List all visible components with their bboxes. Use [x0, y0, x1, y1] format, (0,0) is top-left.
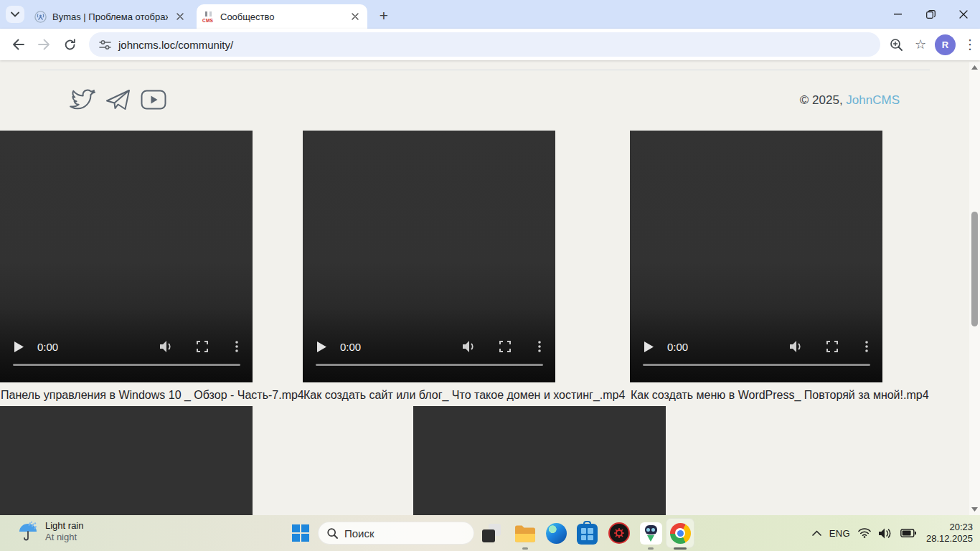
triangle-up-icon [971, 65, 978, 70]
video-filename: Как создать меню в WordPress_ Повторяй з… [631, 389, 929, 402]
video-overflow-button[interactable] [865, 341, 868, 352]
telegram-icon[interactable] [105, 88, 131, 112]
video-overflow-button[interactable] [235, 341, 238, 352]
tab-community[interactable]: CMS Сообщество [197, 4, 367, 29]
fullscreen-icon [826, 341, 838, 352]
footer-divider [40, 70, 930, 70]
search-icon [327, 528, 338, 539]
zoom-button[interactable] [886, 34, 906, 55]
video-controls: 0:00 [0, 338, 253, 355]
ospanel-running-indicator [648, 547, 654, 550]
video-progress-bar[interactable] [13, 364, 240, 366]
chrome-button[interactable] [669, 522, 692, 545]
browser-window: Bymas | Проблема отображен CMS Сообществ… [0, 0, 980, 551]
tab-search-button[interactable] [6, 6, 24, 23]
scroll-up-button[interactable] [969, 62, 980, 72]
close-icon [959, 10, 968, 19]
minimize-button[interactable] [881, 0, 914, 29]
tab-bymas[interactable]: Bymas | Проблема отображен [29, 4, 192, 29]
file-explorer-button[interactable] [514, 522, 537, 545]
address-bar[interactable]: johncms.loc/community/ [89, 32, 880, 57]
battery-icon[interactable] [900, 529, 916, 537]
fullscreen-icon [197, 341, 208, 352]
fullscreen-button[interactable] [197, 341, 208, 352]
cms-logo-icon: CMS [202, 11, 215, 23]
mute-button[interactable] [463, 341, 476, 352]
store-icon [577, 524, 598, 545]
tab-strip: Bymas | Проблема отображен CMS Сообществ… [0, 0, 980, 29]
video-player-3[interactable]: 0:00 [630, 131, 882, 382]
bookmark-button[interactable]: ☆ [910, 34, 930, 55]
weather-condition: Light rain [45, 519, 83, 532]
video-time: 0:00 [340, 341, 361, 353]
minimize-icon [894, 14, 902, 15]
ospanel-button[interactable] [639, 522, 662, 545]
mute-button[interactable] [160, 341, 173, 352]
weather-detail: At night [45, 532, 83, 543]
wifi-icon[interactable] [858, 528, 871, 538]
task-view-button[interactable] [481, 523, 501, 543]
toolbar-right: ☆ R ⋮ [886, 34, 980, 55]
play-button[interactable] [317, 342, 326, 352]
scroll-down-button[interactable] [969, 504, 980, 514]
weather-widget[interactable]: Light rain At night [17, 519, 83, 543]
kebab-icon [865, 341, 868, 352]
tray-chevron-up-icon[interactable] [812, 530, 821, 536]
clock-date: 28.12.2025 [926, 533, 973, 545]
new-tab-button[interactable]: + [374, 6, 393, 25]
close-window-button[interactable] [947, 0, 980, 29]
zoom-in-icon [890, 38, 903, 52]
site-settings-icon [99, 39, 111, 50]
search-input[interactable] [344, 527, 452, 540]
play-icon [317, 342, 326, 352]
profile-avatar[interactable]: R [935, 34, 956, 55]
tab-close-button[interactable] [349, 10, 362, 23]
play-button[interactable] [14, 342, 24, 352]
edge-icon [546, 523, 567, 544]
video-player-4[interactable] [0, 406, 253, 515]
page-scrollbar[interactable] [969, 62, 980, 515]
tab-close-button[interactable] [174, 10, 187, 23]
explorer-running-indicator [522, 547, 528, 550]
youtube-icon[interactable] [141, 90, 166, 110]
scrollbar-thumb[interactable] [971, 212, 978, 326]
twitter-icon[interactable] [69, 88, 96, 111]
back-button[interactable] [6, 32, 30, 57]
taskbar-search[interactable] [318, 522, 474, 545]
start-button[interactable] [289, 522, 312, 545]
fullscreen-button[interactable] [826, 341, 838, 352]
forward-icon [38, 39, 50, 50]
video-player-2[interactable]: 0:00 [303, 131, 555, 382]
language-indicator[interactable]: ENG [829, 528, 850, 539]
video-player-5[interactable] [413, 406, 666, 515]
robot-icon [640, 522, 662, 545]
back-icon [12, 39, 24, 50]
forward-button[interactable] [32, 32, 56, 57]
video-progress-bar[interactable] [643, 364, 870, 366]
maximize-button[interactable] [914, 0, 947, 29]
video-player-1[interactable]: 0:00 [0, 131, 253, 382]
close-icon [352, 13, 359, 20]
video-overflow-button[interactable] [538, 341, 541, 352]
fullscreen-icon [499, 341, 511, 352]
play-button[interactable] [644, 342, 654, 352]
johncms-link[interactable]: JohnCMS [846, 93, 900, 107]
red-emblem-icon [608, 522, 630, 544]
volume-tray-icon[interactable] [879, 528, 892, 539]
edge-button[interactable] [545, 522, 567, 545]
kebab-icon [538, 341, 541, 352]
reload-button[interactable] [57, 32, 82, 57]
microsoft-store-button[interactable] [575, 522, 598, 545]
play-icon [14, 342, 24, 352]
fullscreen-button[interactable] [499, 341, 511, 352]
copyright: © 2025, JohnCMS [800, 93, 900, 108]
antenna-icon [34, 11, 47, 23]
system-tray: ENG 20:23 28.12.2025 [812, 515, 973, 551]
kebab-icon [235, 341, 238, 352]
close-icon [176, 13, 184, 20]
taskbar-clock[interactable]: 20:23 28.12.2025 [926, 522, 973, 545]
video-progress-bar[interactable] [316, 364, 543, 366]
red-app-button[interactable] [608, 522, 631, 545]
browser-menu-button[interactable]: ⋮ [960, 34, 980, 55]
mute-button[interactable] [790, 341, 803, 352]
